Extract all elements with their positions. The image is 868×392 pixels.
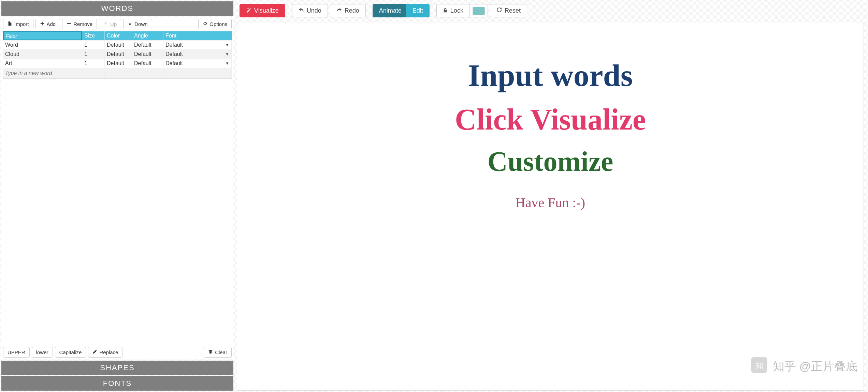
visualize-button[interactable]: Visualize bbox=[240, 4, 285, 17]
remove-button[interactable]: Remove bbox=[62, 19, 97, 29]
cell-font[interactable]: Default ▼ bbox=[163, 59, 232, 68]
redo-label: Redo bbox=[345, 7, 359, 14]
magic-wand-icon bbox=[246, 7, 251, 14]
edit-icon bbox=[92, 349, 97, 355]
canvas-text-2: Click Visualize bbox=[455, 102, 646, 137]
replace-button[interactable]: Replace bbox=[88, 347, 122, 358]
options-label: Options bbox=[209, 21, 227, 27]
add-label: Add bbox=[47, 21, 56, 27]
canvas-text-3: Customize bbox=[488, 146, 613, 178]
cell-font[interactable]: Default ▼ bbox=[163, 49, 232, 59]
clear-button[interactable]: Clear bbox=[204, 347, 232, 358]
lock-button[interactable]: Lock bbox=[437, 4, 469, 17]
watermark-text: 知乎 @正片叠底 bbox=[773, 359, 857, 374]
shapes-section-header[interactable]: SHAPES bbox=[1, 361, 233, 375]
canvas-text-1: Input words bbox=[468, 57, 633, 93]
clear-label: Clear bbox=[215, 349, 227, 355]
cell-color[interactable]: Default bbox=[105, 49, 132, 59]
svg-rect-0 bbox=[67, 23, 71, 24]
plus-icon bbox=[40, 21, 45, 27]
reset-button[interactable]: Reset bbox=[490, 4, 527, 17]
visualize-label: Visualize bbox=[254, 7, 279, 14]
redo-button[interactable]: Redo bbox=[330, 4, 366, 17]
words-table: Size Color Angle Font Word 1 Default Def… bbox=[3, 31, 232, 79]
undo-icon bbox=[299, 7, 304, 14]
filter-input[interactable] bbox=[3, 31, 82, 40]
col-color[interactable]: Color bbox=[105, 31, 132, 40]
canvas-text-4: Have Fun :-) bbox=[516, 195, 585, 211]
import-label: Import bbox=[14, 21, 29, 27]
capitalize-button[interactable]: Capitalize bbox=[55, 347, 86, 358]
cell-color[interactable]: Default bbox=[105, 59, 132, 68]
col-angle[interactable]: Angle bbox=[132, 31, 163, 40]
fonts-section-header[interactable]: FONTS bbox=[1, 376, 233, 391]
import-button[interactable]: Import bbox=[3, 19, 33, 29]
undo-button[interactable]: Undo bbox=[292, 4, 328, 17]
words-section-header[interactable]: WORDS bbox=[1, 1, 233, 16]
new-word-input[interactable] bbox=[5, 70, 80, 77]
options-button[interactable]: Options bbox=[198, 19, 232, 29]
arrow-down-icon bbox=[128, 21, 132, 27]
col-font[interactable]: Font bbox=[163, 31, 232, 40]
up-label: Up bbox=[110, 21, 117, 27]
up-button: Up bbox=[99, 19, 121, 29]
minus-icon bbox=[67, 21, 71, 27]
cell-color[interactable]: Default bbox=[105, 40, 132, 49]
lower-button[interactable]: lower bbox=[32, 347, 53, 358]
canvas-toolbar: Visualize Undo Redo Animate Edit bbox=[237, 1, 867, 20]
undo-label: Undo bbox=[307, 7, 321, 14]
animate-button[interactable]: Animate bbox=[373, 4, 408, 17]
cell-angle[interactable]: Default bbox=[132, 40, 163, 49]
cell-word[interactable]: Word bbox=[3, 40, 82, 49]
cell-size[interactable]: 1 bbox=[82, 40, 105, 49]
cell-size[interactable]: 1 bbox=[82, 59, 105, 68]
caret-down-icon: ▼ bbox=[225, 61, 229, 66]
arrow-up-icon bbox=[103, 21, 108, 27]
cell-word[interactable]: Art bbox=[3, 59, 82, 68]
cell-angle[interactable]: Default bbox=[132, 59, 163, 68]
lock-icon bbox=[443, 7, 448, 14]
down-label: Down bbox=[134, 21, 147, 27]
edit-button[interactable]: Edit bbox=[406, 4, 430, 17]
cell-word[interactable]: Cloud bbox=[3, 49, 82, 59]
add-button[interactable]: Add bbox=[35, 19, 60, 29]
canvas[interactable]: Input words Click Visualize Customize Ha… bbox=[237, 23, 864, 391]
lock-color-swatch[interactable] bbox=[469, 4, 488, 17]
lock-label: Lock bbox=[450, 7, 463, 14]
redo-icon bbox=[336, 7, 342, 14]
table-row[interactable]: Cloud 1 Default Default Default ▼ bbox=[3, 49, 232, 59]
trash-icon bbox=[208, 349, 213, 355]
reset-icon bbox=[496, 7, 502, 14]
cell-font[interactable]: Default ▼ bbox=[163, 40, 232, 49]
col-size[interactable]: Size bbox=[82, 31, 105, 40]
gear-icon bbox=[203, 21, 207, 27]
cell-angle[interactable]: Default bbox=[132, 49, 163, 59]
table-row[interactable]: Art 1 Default Default Default ▼ bbox=[3, 59, 232, 68]
replace-label: Replace bbox=[99, 349, 118, 355]
caret-down-icon: ▼ bbox=[225, 43, 229, 47]
table-row[interactable]: Word 1 Default Default Default ▼ bbox=[3, 40, 232, 49]
down-button[interactable]: Down bbox=[123, 19, 152, 29]
reset-label: Reset bbox=[505, 7, 521, 14]
caret-down-icon: ▼ bbox=[225, 52, 229, 57]
file-import-icon bbox=[8, 21, 12, 27]
svg-text:知: 知 bbox=[755, 361, 763, 370]
color-swatch-icon bbox=[473, 7, 485, 15]
cell-size[interactable]: 1 bbox=[82, 49, 105, 59]
zhihu-logo-icon: 知 bbox=[750, 356, 768, 377]
watermark: 知 知乎 @正片叠底 bbox=[750, 356, 857, 377]
remove-label: Remove bbox=[73, 21, 92, 27]
upper-button[interactable]: UPPER bbox=[3, 347, 30, 358]
new-word-row[interactable] bbox=[3, 68, 232, 78]
